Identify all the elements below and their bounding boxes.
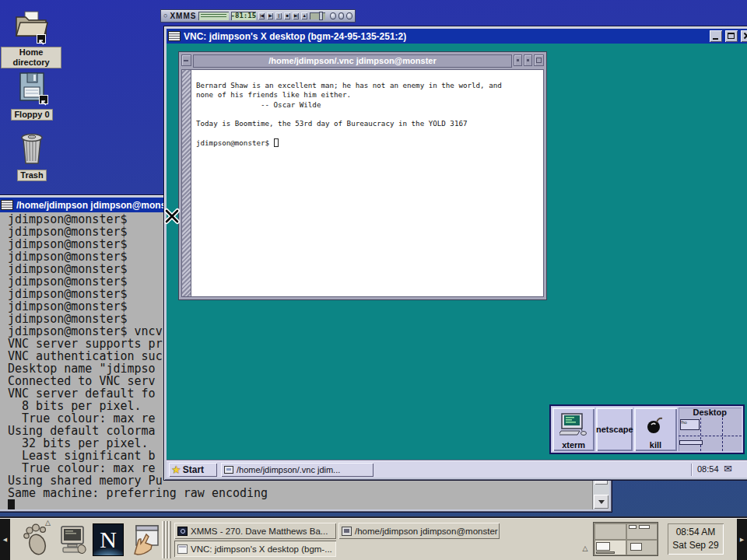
volume-thumb[interactable] [319, 12, 323, 20]
xmms-shade-button[interactable] [338, 12, 345, 19]
remote-xterm-titlebar[interactable]: /home/jdimpson/.vnc jdimpson@monster [181, 54, 544, 68]
xterm-output: Bernard Shaw is an excellent man; he has… [196, 81, 502, 148]
remote-xterm-content[interactable]: Bernard Shaw is an excellent man; he has… [181, 69, 544, 297]
maximize-button[interactable] [725, 30, 738, 42]
volume-slider[interactable] [310, 12, 326, 19]
play-button[interactable]: ▶ [267, 12, 273, 19]
sticky-button[interactable] [524, 54, 532, 66]
pager-title: Desktop [679, 408, 742, 417]
netscape-n-glyph: N [100, 528, 117, 551]
xmms-shaded-window[interactable]: ○ XMMS -81:15 |◀ ▶ || ■ ▶| ▲ [160, 9, 356, 23]
remote-desktop-pager[interactable]: Desktop /ho [679, 408, 742, 451]
remote-taskbar: ★ Start /home/jdimpson/.vnc jdim... 08:5… [167, 460, 747, 478]
xmms-close-button[interactable] [346, 12, 352, 19]
terminal-launcher[interactable] [56, 522, 90, 558]
clock-applet[interactable]: 08:54 AM Sat Sep 29 [668, 523, 724, 555]
vnc-window: VNC: jdimpson's X desktop (bgm-24-95-135… [163, 26, 747, 481]
xterm-scrollbar[interactable] [182, 70, 191, 296]
show-desktop-launcher[interactable] [127, 522, 161, 558]
netscape-launcher[interactable]: N [91, 522, 125, 558]
start-star-icon: ★ [172, 464, 181, 475]
remote-start-button[interactable]: ★ Start [169, 463, 217, 477]
terminal-icon [224, 466, 233, 474]
hand-window-icon [128, 524, 160, 555]
vnc-remote-desktop[interactable]: /home/jdimpson/.vnc jdimpson@monster Ber… [167, 44, 747, 478]
kill-button[interactable]: kill [634, 408, 676, 451]
eject-button[interactable]: ▲ [301, 12, 307, 19]
maximize-icon [728, 33, 735, 39]
vnc-window-title: VNC: jdimpson's X desktop (bgm-24-95-135… [184, 31, 406, 42]
kill-button-label: kill [650, 440, 661, 450]
xterm-cursor [274, 138, 279, 147]
dot-icon [517, 59, 519, 61]
task-label: /home/jdimpson jdimpson@monster [355, 527, 498, 536]
clock-date: Sat Sep 29 [672, 540, 718, 551]
trash-icon [2, 129, 62, 166]
desktop-icon-label: Trash [17, 170, 46, 181]
terminal-task-icon [342, 527, 352, 536]
host-desktop: Home directory Floppy 0 [0, 0, 747, 560]
desktop-icon-label: Home directory [1, 47, 61, 68]
floppy-icon [2, 68, 62, 106]
triangle-icon: △ [583, 544, 588, 552]
folder-icon [1, 6, 61, 44]
host-terminal-title: /home/jdimpson jdimpson@monster [16, 200, 178, 211]
menu-triangle-icon: △ [45, 519, 51, 527]
host-panel: ◀ △ N [0, 518, 747, 560]
arrow-right-icon: ▶ [740, 537, 744, 543]
pager-cell-4[interactable] [626, 540, 658, 555]
task-label: XMMS - 270. Dave Matthews Ba... [191, 527, 328, 536]
terminal-cursor [8, 499, 15, 509]
remote-task-button[interactable]: /home/jdimpson/.vnc jdim... [221, 463, 374, 477]
bomb-icon [645, 409, 665, 440]
dot-icon [527, 59, 529, 61]
remote-button-panel: xterm netscape kill Des [549, 404, 745, 454]
panel-hide-right-button[interactable]: ▶ [737, 519, 747, 560]
scrollbar-down-button[interactable] [594, 495, 608, 509]
mail-icon[interactable]: ✉ [724, 463, 732, 474]
xterm-icon [559, 409, 587, 440]
pager-cell-1[interactable] [594, 523, 626, 539]
tasklist-arrow-button[interactable]: △ [579, 543, 591, 555]
xmms-time-display[interactable]: -81:15 [231, 12, 257, 20]
window-menu-icon[interactable] [168, 31, 181, 41]
maximize-icon [536, 58, 542, 63]
remote-task-label: /home/jdimpson/.vnc jdim... [237, 465, 340, 474]
pager-cell-2[interactable] [626, 523, 658, 539]
desktop-icon-floppy[interactable]: Floppy 0 [2, 68, 62, 121]
remote-xterm-title: /home/jdimpson/.vnc jdimpson@monster [193, 54, 512, 68]
maximize-button[interactable] [534, 54, 544, 66]
minimize-button[interactable] [710, 30, 722, 42]
x-cursor [163, 208, 181, 225]
iconify-icon [184, 60, 188, 61]
pager-cell-3[interactable] [594, 540, 626, 555]
netscape-launcher-label: netscape [596, 425, 633, 434]
vnc-task-icon [177, 544, 188, 554]
vnc-titlebar[interactable]: VNC: jdimpson's X desktop (bgm-24-95-135… [167, 29, 747, 44]
next-button[interactable]: ▶| [293, 12, 299, 19]
task-button-vnc[interactable]: VNC: jdimpson's X desktop (bgm-... [174, 541, 336, 557]
panel-handle[interactable] [162, 521, 171, 558]
window-menu-icon[interactable] [1, 200, 13, 210]
xmms-visualizer[interactable] [198, 12, 228, 20]
panel-hide-left-button[interactable]: ◀ [0, 519, 10, 560]
task-button-terminal[interactable]: /home/jdimpson jdimpson@monster [338, 523, 500, 539]
remote-clock: 08:54 [697, 464, 719, 474]
xterm-launcher-button[interactable]: xterm [552, 408, 594, 451]
xmms-minimize-button[interactable] [330, 12, 336, 19]
desktop-icon-trash[interactable]: Trash [2, 129, 62, 181]
pause-button[interactable]: || [275, 12, 282, 19]
desktop-icon-label: Floppy 0 [11, 109, 52, 121]
xmms-logo-icon: ○ [163, 12, 167, 19]
iconify-button[interactable] [181, 54, 191, 66]
desktop-icon-home[interactable]: Home directory [1, 6, 61, 68]
prev-button[interactable]: |◀ [258, 12, 265, 19]
task-button-xmms[interactable]: XMMS - 270. Dave Matthews Ba... [174, 523, 336, 539]
main-menu-button[interactable] [19, 522, 53, 558]
shade-button[interactable] [514, 54, 522, 66]
stop-button[interactable]: ■ [284, 12, 290, 19]
minimize-icon [713, 38, 718, 40]
close-button[interactable] [741, 30, 747, 42]
netscape-launcher-button[interactable]: netscape [596, 408, 633, 451]
clock-time: 08:54 AM [676, 527, 716, 537]
